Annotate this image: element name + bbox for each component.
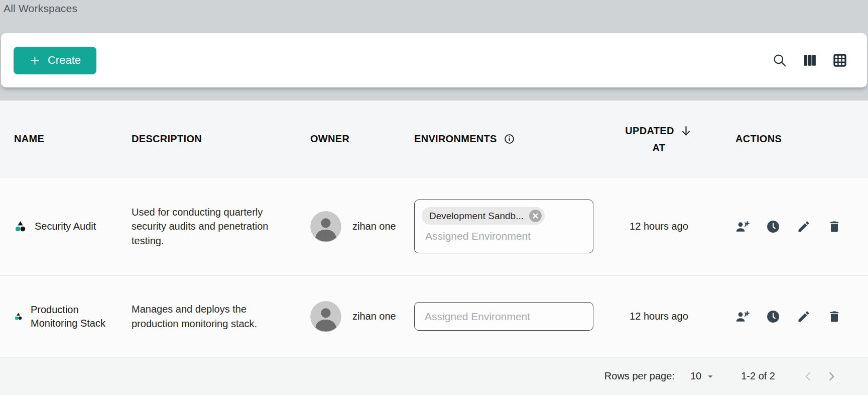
updated-at-value: 12 hours ago [630,311,688,322]
workspaces-table: NAME DESCRIPTION OWNER ENVIRONMENTS UPDA… [0,101,868,395]
avatar [310,301,341,332]
table-row: Production Monitoring Stack Manages and … [0,276,868,357]
workspace-description: Used for conducting quarterly security a… [132,205,283,248]
toolbar-card: Create [1,33,867,87]
updated-at-value: 12 hours ago [630,221,688,232]
owner-name: zihan one [352,221,396,232]
edit-icon[interactable] [797,310,811,324]
header-updated-line1: UPDATED [625,125,674,137]
top-bar: All Workspaces [0,0,868,33]
create-button[interactable]: Create [14,47,96,74]
create-button-label: Create [48,54,81,67]
chevron-down-icon [705,371,716,382]
edit-icon[interactable] [797,220,811,234]
delete-icon[interactable] [827,220,841,234]
toolbar-icons [772,52,848,68]
add-user-icon[interactable] [735,220,750,234]
workspace-name: Production Monitoring Stack [31,303,115,330]
delete-icon[interactable] [827,310,841,324]
info-icon[interactable] [504,133,515,145]
table-row: Security Audit Used for conducting quart… [0,177,868,276]
avatar [310,211,341,242]
view-columns-icon[interactable] [802,52,818,68]
header-environments: ENVIRONMENTS [414,133,497,145]
header-description: DESCRIPTION [132,133,202,145]
header-name: NAME [14,133,44,145]
pagination-bar: Rows per page: 10 1-2 of 2 [0,357,868,395]
header-updated-line2: AT [653,142,666,154]
sort-descending-icon[interactable] [679,124,693,138]
environment-placeholder: Assigned Environment [425,230,593,242]
environment-placeholder: Assigned Environment [425,311,530,323]
environment-chip-label: Development Sandb... [429,211,524,222]
header-actions: ACTIONS [735,133,782,145]
rows-per-page-label: Rows per page: [604,370,675,382]
rows-per-page-select[interactable]: 10 [690,370,716,382]
assigned-environment-field[interactable]: Development Sandb... Assigned Environmen… [414,200,593,253]
page-title: All Workspaces [4,3,868,15]
environment-chip[interactable]: Development Sandb... [422,207,545,225]
header-updated-at[interactable]: UPDATED AT [625,124,692,154]
workspace-name: Security Audit [35,220,96,233]
search-icon[interactable] [772,52,788,68]
plus-icon [29,55,41,66]
previous-page-button[interactable] [801,369,815,383]
header-owner: OWNER [310,133,349,145]
pagination-range: 1-2 of 2 [741,370,775,382]
table-header-row: NAME DESCRIPTION OWNER ENVIRONMENTS UPDA… [0,101,868,177]
view-grid-icon[interactable] [832,52,848,68]
workspace-shapes-icon [14,220,27,233]
next-page-button[interactable] [824,369,838,383]
rows-per-page-value: 10 [690,370,701,382]
owner-name: zihan one [352,311,396,322]
chip-remove-icon[interactable] [529,209,542,223]
history-icon[interactable] [766,310,780,324]
assigned-environment-field[interactable]: Assigned Environment [414,302,593,331]
add-user-icon[interactable] [735,310,750,324]
history-icon[interactable] [766,220,780,234]
workspace-shapes-icon [14,312,23,321]
workspace-description: Manages and deploys the production monit… [132,302,283,331]
